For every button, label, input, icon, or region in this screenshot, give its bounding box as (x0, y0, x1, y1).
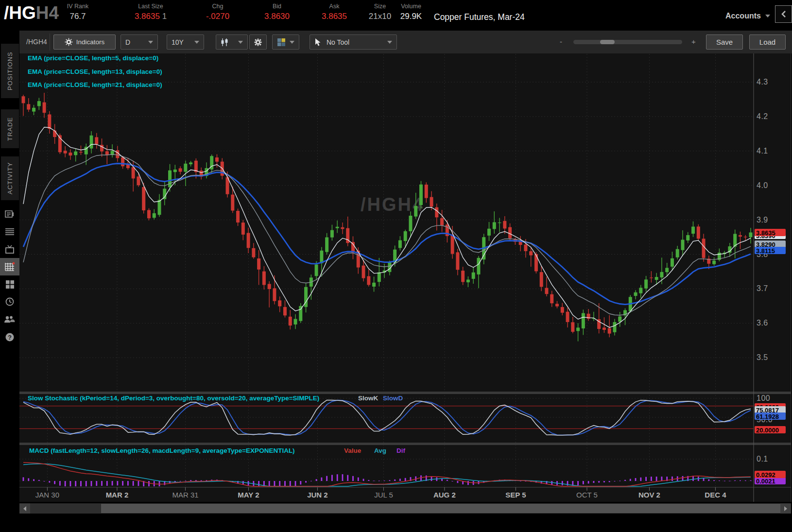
trading-platform: /HGH4 IV Rank76.7Last Size3.8635 1Chg-.0… (0, 0, 792, 532)
symbol-input[interactable]: /HGH4 (26, 38, 47, 46)
svg-text:DEC 4: DEC 4 (705, 491, 726, 499)
svg-text:4.0: 4.0 (757, 181, 768, 189)
slowd-label: SlowD (383, 395, 403, 402)
ema5-study-label[interactable]: EMA (price=CLOSE, length=5, displace=0) (28, 54, 158, 62)
svg-text:MAR 2: MAR 2 (106, 491, 129, 499)
triangle-right-icon (784, 506, 787, 511)
svg-text:3.8115: 3.8115 (756, 247, 775, 255)
svg-text:3.9: 3.9 (757, 216, 768, 224)
chevron-down-icon (387, 41, 392, 44)
svg-text:3.8635: 3.8635 (756, 229, 775, 237)
symbol-title: /HGH4 (4, 3, 59, 23)
svg-text:3.7: 3.7 (757, 284, 768, 292)
header-field-volume: Volume29.9K (400, 3, 422, 21)
svg-text:4.1: 4.1 (757, 147, 768, 155)
toolbar-separator (50, 34, 50, 51)
studies-icon (65, 38, 73, 46)
indicators-label: Indicators (76, 38, 105, 46)
collapse-panel-button[interactable] (775, 5, 792, 23)
chart-settings-button[interactable] (249, 34, 267, 50)
panel-divider[interactable] (19, 443, 791, 445)
scroll-right-button[interactable] (780, 503, 791, 514)
instrument-description: Copper Futures, Mar-24 (434, 12, 525, 22)
zoom-slider[interactable] (573, 40, 682, 44)
scrollbar-thumb[interactable] (101, 504, 780, 513)
chevron-down-icon (238, 41, 243, 44)
accounts-label: Accounts (725, 12, 761, 20)
load-button[interactable]: Load (749, 34, 786, 50)
svg-text:NOV 2: NOV 2 (638, 491, 660, 499)
chevron-left-icon (780, 10, 787, 18)
chart-toolbar: /HGH4 Indicators D 10Y No Tool - + (19, 31, 792, 53)
timeframe-value: D (125, 38, 130, 46)
symbol-root: /HG (4, 3, 36, 23)
candlestick-icon (221, 38, 228, 47)
slowk-label: SlowK (358, 395, 378, 402)
svg-text:MAY 2: MAY 2 (238, 491, 259, 499)
stochastic-study-label[interactable]: Slow Stochastic (kPeriod=14, dPeriod=3, … (28, 395, 319, 402)
svg-text:3.5: 3.5 (757, 353, 768, 361)
range-dropdown[interactable]: 10Y (167, 34, 204, 50)
svg-text:0.0292: 0.0292 (756, 471, 775, 479)
gear-icon (254, 38, 262, 47)
header-field-ask: Ask3.8635 (322, 3, 347, 21)
svg-text:4.2: 4.2 (757, 112, 768, 120)
panel-divider[interactable] (19, 392, 791, 394)
layout-grid-icon (277, 38, 286, 47)
svg-text:JUN 2: JUN 2 (307, 491, 328, 499)
svg-text:JUL 5: JUL 5 (374, 491, 393, 499)
macd-avg-label: Avg (374, 447, 386, 454)
save-button[interactable]: Save (706, 34, 743, 50)
svg-text:100: 100 (757, 394, 770, 402)
svg-text:OCT 5: OCT 5 (576, 491, 598, 499)
chevron-down-icon (290, 41, 294, 44)
ema21-study-label[interactable]: EMA (price=CLOSE, length=21, displace=0) (28, 81, 162, 88)
header-field-size: Size21x10 (369, 3, 391, 21)
drawing-tool-dropdown[interactable]: No Tool (310, 34, 397, 50)
svg-text:0.0021: 0.0021 (756, 478, 775, 485)
scroll-left-button[interactable] (19, 503, 30, 514)
svg-text:4.3: 4.3 (757, 78, 768, 86)
zoom-out-button[interactable]: - (560, 37, 562, 46)
ema13-study-label[interactable]: EMA (price=CLOSE, length=13, displace=0) (28, 68, 162, 75)
zoom-in-button[interactable]: + (691, 37, 696, 46)
header-field-last-size: Last Size3.8635 1 (135, 3, 167, 21)
chart-canvas[interactable]: /HGH44.34.24.14.03.93.83.73.63.510050.00… (0, 53, 792, 502)
tool-value: No Tool (327, 38, 349, 46)
layout-grid-dropdown[interactable] (272, 34, 299, 50)
svg-text:0.1: 0.1 (757, 455, 768, 463)
range-value: 10Y (172, 38, 184, 46)
svg-text:3.6: 3.6 (757, 319, 768, 327)
svg-text:JAN 30: JAN 30 (35, 491, 59, 499)
svg-text:MAR 31: MAR 31 (172, 491, 198, 499)
macd-value-label: Value (344, 447, 361, 454)
accounts-button[interactable]: Accounts (725, 12, 770, 20)
header: /HGH4 IV Rank76.7Last Size3.8635 1Chg-.0… (0, 0, 792, 29)
macd-diff-label: Dif (396, 447, 405, 454)
svg-text:SEP 5: SEP 5 (505, 491, 526, 499)
svg-text:61.1928: 61.1928 (756, 413, 779, 420)
header-field-bid: Bid3.8630 (264, 3, 290, 21)
chart-horizontal-scrollbar[interactable] (19, 503, 791, 514)
zoom-slider-thumb[interactable] (600, 40, 615, 44)
macd-study-label[interactable]: MACD (fastLength=12, slowLength=26, macd… (29, 447, 295, 454)
chart-type-dropdown[interactable] (216, 34, 248, 50)
header-field-chg: Chg-.0270 (206, 3, 229, 21)
symbol-contract: H4 (36, 3, 59, 23)
triangle-left-icon (23, 506, 26, 511)
chevron-down-icon (765, 15, 770, 17)
timeframe-dropdown[interactable]: D (121, 34, 158, 50)
chevron-down-icon (194, 41, 199, 44)
chevron-down-icon (148, 41, 153, 44)
svg-text:AUG 2: AUG 2 (433, 491, 456, 499)
svg-text:20.0000: 20.0000 (756, 427, 779, 434)
indicators-button[interactable]: Indicators (53, 34, 116, 50)
cursor-icon (314, 38, 322, 47)
header-field-iv-rank: IV Rank76.7 (67, 3, 88, 21)
